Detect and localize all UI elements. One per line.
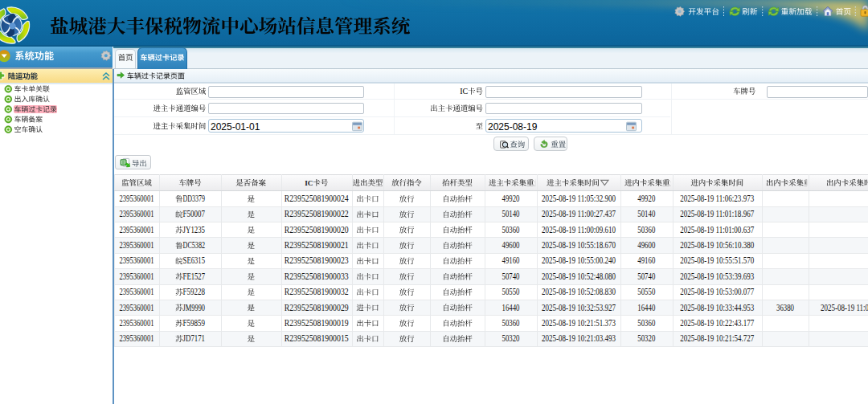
svg-text:49160: 49160 (637, 255, 655, 265)
svg-text:2025-08-19 10:53:00.077: 2025-08-19 10:53:00.077 (680, 287, 754, 296)
svg-text:2025-08-19 10:21:03.493: 2025-08-19 10:21:03.493 (542, 333, 616, 343)
svg-text:50360: 50360 (502, 225, 520, 235)
svg-text:DD3379: DD3379 (183, 194, 206, 203)
svg-text:16440: 16440 (502, 303, 520, 312)
svg-text:2025-08-19 10:55:18.670: 2025-08-19 10:55:18.670 (542, 240, 616, 250)
svg-text:SE6315: SE6315 (183, 255, 206, 265)
svg-text:2025-08-19 10:22:43.177: 2025-08-19 10:22:43.177 (680, 318, 754, 328)
svg-text:2025-08-19 11:02:56.833: 2025-08-19 11:02:56.833 (821, 303, 868, 312)
svg-text:49600: 49600 (502, 240, 520, 250)
svg-text:R239525081900022: R239525081900022 (285, 209, 349, 218)
svg-text:50360: 50360 (637, 225, 655, 235)
svg-text:F59228: F59228 (183, 287, 206, 296)
svg-text:2395360001: 2395360001 (120, 303, 154, 312)
svg-text:50740: 50740 (502, 271, 520, 281)
svg-text:2025-08-19 10:21:54.727: 2025-08-19 10:21:54.727 (680, 333, 754, 343)
svg-text:R239525081900020: R239525081900020 (285, 225, 349, 235)
svg-text:2025-08-19 11:05:32.900: 2025-08-19 11:05:32.900 (542, 194, 616, 203)
svg-text:50550: 50550 (637, 287, 655, 296)
svg-text:R239525081900024: R239525081900024 (285, 194, 349, 203)
svg-text:49920: 49920 (637, 194, 655, 203)
svg-text:50140: 50140 (637, 209, 655, 218)
svg-text:2025-08-19 11:00:09.610: 2025-08-19 11:00:09.610 (542, 225, 616, 235)
svg-text:2025-08-19 10:55:51.570: 2025-08-19 10:55:51.570 (680, 255, 754, 265)
svg-text:2025-08-19 11:01:00.637: 2025-08-19 11:01:00.637 (680, 225, 754, 235)
svg-text:49600: 49600 (637, 240, 655, 250)
svg-text:49920: 49920 (502, 194, 520, 203)
svg-text:2025-08-19 11:06:23.973: 2025-08-19 11:06:23.973 (680, 194, 754, 203)
svg-text:50140: 50140 (502, 209, 520, 218)
svg-text:36380: 36380 (776, 303, 794, 312)
svg-text:2025-08-19 10:52:48.080: 2025-08-19 10:52:48.080 (542, 271, 616, 281)
svg-text:2025-08-19 10:53:39.693: 2025-08-19 10:53:39.693 (680, 271, 754, 281)
svg-text:FE1527: FE1527 (183, 271, 206, 281)
svg-text:50550: 50550 (502, 287, 520, 296)
svg-text:50740: 50740 (637, 271, 655, 281)
svg-text:2395360001: 2395360001 (120, 271, 154, 281)
svg-text:IC: IC (305, 179, 313, 187)
svg-text:JD7171: JD7171 (183, 333, 206, 343)
svg-text:2395360001: 2395360001 (120, 209, 154, 218)
svg-text:2025-08-19 10:55:00.240: 2025-08-19 10:55:00.240 (542, 255, 616, 265)
svg-text:R239525081900032: R239525081900032 (285, 287, 349, 296)
svg-text:16440: 16440 (637, 303, 655, 312)
svg-text:2395360001: 2395360001 (120, 287, 154, 296)
svg-text:2025-08-19 11:01:18.967: 2025-08-19 11:01:18.967 (680, 209, 754, 218)
svg-text:JY1235: JY1235 (183, 225, 206, 235)
svg-text:2395360001: 2395360001 (120, 194, 154, 203)
svg-text:F59859: F59859 (183, 318, 206, 328)
svg-text:R239525081900023: R239525081900023 (285, 255, 349, 265)
svg-text:2395360001: 2395360001 (120, 240, 154, 250)
svg-text:2395360001: 2395360001 (120, 225, 154, 235)
svg-text:IC: IC (460, 87, 468, 96)
svg-text:R239525081900033: R239525081900033 (285, 271, 349, 281)
svg-text:50360: 50360 (502, 318, 520, 328)
svg-text:2025-08-19 10:21:51.373: 2025-08-19 10:21:51.373 (542, 318, 616, 328)
svg-text:2025-08-19: 2025-08-19 (488, 121, 538, 133)
svg-text:F50007: F50007 (183, 209, 206, 218)
svg-text:2395360001: 2395360001 (120, 333, 154, 343)
svg-text:49160: 49160 (502, 255, 520, 265)
svg-text:R239525081900021: R239525081900021 (285, 240, 349, 250)
svg-text:2025-01-01: 2025-01-01 (211, 121, 260, 133)
svg-text:50320: 50320 (637, 333, 655, 343)
svg-text:2025-08-19 10:33:44.953: 2025-08-19 10:33:44.953 (680, 303, 754, 312)
svg-text:2395360001: 2395360001 (120, 318, 154, 328)
svg-text:2025-08-19 10:56:10.380: 2025-08-19 10:56:10.380 (680, 240, 754, 250)
svg-text:2025-08-19 10:32:53.927: 2025-08-19 10:32:53.927 (542, 303, 616, 312)
svg-text:50320: 50320 (502, 333, 520, 343)
svg-text:JM9990: JM9990 (183, 303, 206, 312)
svg-text:2395360001: 2395360001 (120, 255, 154, 265)
svg-text:50360: 50360 (637, 318, 655, 328)
svg-text:2025-08-19 11:00:27.437: 2025-08-19 11:00:27.437 (542, 209, 616, 218)
svg-text:DC5382: DC5382 (183, 240, 206, 250)
svg-text:2025-08-19 10:52:08.830: 2025-08-19 10:52:08.830 (542, 287, 616, 296)
svg-text:R239525081900019: R239525081900019 (285, 318, 349, 328)
svg-text:R239525081900015: R239525081900015 (285, 333, 349, 343)
svg-text:R239525081900029: R239525081900029 (285, 303, 349, 312)
